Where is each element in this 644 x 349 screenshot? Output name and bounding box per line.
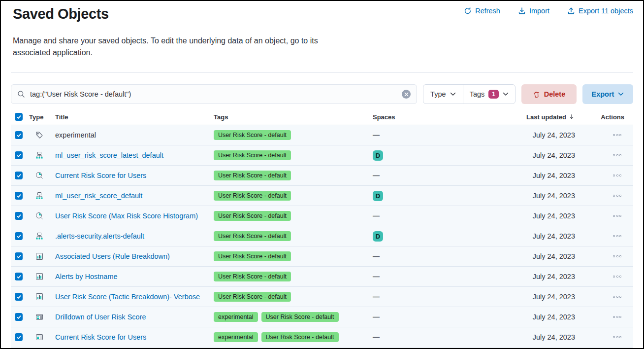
search-input[interactable]: [30, 90, 397, 98]
last-updated-value: July 24, 2023: [496, 293, 575, 301]
dashboard-icon: [35, 333, 43, 341]
tags-filter-button[interactable]: Tags 1: [463, 85, 515, 104]
actions-menu-button[interactable]: [613, 314, 621, 320]
spaces-cell: —: [373, 172, 496, 179]
row-checkbox[interactable]: [15, 192, 23, 200]
refresh-button[interactable]: Refresh: [464, 7, 500, 15]
export-selected-label: Export: [592, 90, 614, 98]
select-all-checkbox[interactable]: [15, 113, 23, 121]
spaces-cell: —: [373, 273, 496, 280]
object-title-link[interactable]: Associated Users (Rule Breakdown): [55, 252, 170, 260]
object-title-link[interactable]: Drilldown of User Risk Score: [55, 313, 146, 321]
actions-menu-button[interactable]: [613, 213, 621, 219]
spaces-cell: —: [373, 131, 496, 139]
lens-icon: [35, 273, 43, 280]
tags-cell: User Risk Score - default: [214, 130, 373, 140]
tag-badge: experimental: [214, 332, 258, 342]
clear-search-icon[interactable]: [402, 90, 411, 99]
no-spaces-dash: —: [373, 273, 379, 280]
section-divider: [11, 72, 633, 72]
last-updated-value: July 24, 2023: [496, 212, 575, 220]
actions-menu-button[interactable]: [613, 173, 621, 178]
actions-menu-button[interactable]: [613, 152, 621, 158]
export-selected-button[interactable]: Export: [582, 84, 633, 104]
object-title-link[interactable]: ml_user_risk_score_latest_default: [55, 151, 163, 159]
actions-menu-button[interactable]: [613, 233, 621, 239]
column-header-type: Type: [23, 113, 43, 121]
index-pattern-icon: [35, 232, 43, 240]
delete-button[interactable]: Delete: [521, 84, 577, 104]
tag-badge: User Risk Score - default: [214, 211, 291, 221]
actions-menu-button[interactable]: [613, 193, 621, 199]
chevron-down-icon: [503, 92, 509, 96]
refresh-icon: [464, 7, 472, 15]
object-title-link[interactable]: Alerts by Hostname: [55, 273, 118, 280]
tags-cell: User Risk Score - default: [214, 211, 373, 221]
column-header-last-updated[interactable]: Last updated: [496, 113, 575, 121]
last-updated-value: July 24, 2023: [496, 252, 575, 260]
column-header-actions: Actions: [575, 113, 633, 121]
actions-menu-button[interactable]: [613, 274, 621, 279]
tags-filter-label: Tags: [470, 90, 485, 98]
filter-group: Type Tags 1: [423, 84, 515, 104]
index-pattern-icon: [35, 151, 43, 159]
table-row: ml_user_risk_score_latest_default User R…: [11, 145, 633, 166]
no-spaces-dash: —: [373, 313, 379, 321]
tags-cell: User Risk Score - default: [214, 272, 373, 281]
row-checkbox[interactable]: [15, 131, 23, 139]
spaces-cell: —: [373, 333, 496, 341]
row-checkbox[interactable]: [15, 293, 23, 301]
actions-menu-button[interactable]: [613, 294, 621, 300]
tag-badge: User Risk Score - default: [261, 332, 339, 342]
spaces-cell: —: [373, 212, 496, 220]
no-spaces-dash: —: [373, 333, 379, 341]
row-checkbox[interactable]: [15, 172, 23, 179]
tag-icon: [35, 131, 43, 139]
row-checkbox[interactable]: [15, 313, 23, 321]
last-updated-value: July 24, 2023: [496, 131, 575, 139]
last-updated-label: Last updated: [526, 113, 566, 121]
chevron-down-icon: [450, 92, 456, 96]
tag-badge: User Risk Score - default: [214, 231, 291, 241]
tags-count-badge: 1: [488, 90, 499, 99]
row-checkbox[interactable]: [15, 252, 23, 260]
table-row: User Risk Score (Max Risk Score Histogra…: [11, 206, 633, 226]
no-spaces-dash: —: [373, 212, 379, 220]
spaces-cell: —: [373, 293, 496, 301]
chevron-down-icon: [618, 92, 624, 96]
object-title-link[interactable]: Current Risk Score for Users: [55, 172, 146, 179]
object-title-link[interactable]: Current Risk Score for Users: [55, 333, 146, 341]
spaces-cell: D: [373, 191, 496, 201]
row-checkbox[interactable]: [15, 232, 23, 240]
last-updated-value: July 24, 2023: [496, 313, 575, 321]
last-updated-value: July 24, 2023: [496, 333, 575, 341]
no-spaces-dash: —: [373, 172, 379, 179]
tags-cell: experimentalUser Risk Score - default: [214, 332, 373, 342]
search-icon: [17, 90, 25, 98]
tag-badge: User Risk Score - default: [261, 312, 339, 322]
type-filter-label: Type: [430, 90, 446, 98]
table-body: experimental User Risk Score - default —…: [11, 125, 633, 348]
row-checkbox[interactable]: [15, 151, 23, 159]
visualization-icon: [35, 172, 43, 179]
row-checkbox[interactable]: [15, 212, 23, 220]
spaces-cell: —: [373, 313, 496, 321]
row-checkbox[interactable]: [15, 273, 23, 280]
tag-badge: User Risk Score - default: [214, 150, 291, 160]
object-title-link[interactable]: User Risk Score (Max Risk Score Histogra…: [55, 212, 198, 220]
object-title-link[interactable]: ml_user_risk_score_default: [55, 192, 142, 200]
import-button[interactable]: Import: [518, 7, 549, 15]
actions-menu-button[interactable]: [613, 132, 621, 138]
tag-badge: experimental: [214, 312, 258, 322]
export-all-button[interactable]: Export 11 objects: [567, 7, 633, 15]
spaces-cell: D: [373, 150, 496, 161]
object-title-link[interactable]: User Risk Score (Tactic Breakdown)- Verb…: [55, 293, 200, 301]
actions-menu-button[interactable]: [613, 253, 621, 259]
table-row: Associated Users (Rule Breakdown) User R…: [11, 246, 633, 267]
last-updated-value: July 24, 2023: [496, 172, 575, 179]
object-title-link[interactable]: .alerts-security.alerts-default: [55, 232, 144, 240]
type-filter-button[interactable]: Type: [423, 85, 463, 104]
search-box: [11, 84, 417, 104]
row-checkbox[interactable]: [15, 333, 23, 341]
actions-menu-button[interactable]: [613, 334, 621, 340]
